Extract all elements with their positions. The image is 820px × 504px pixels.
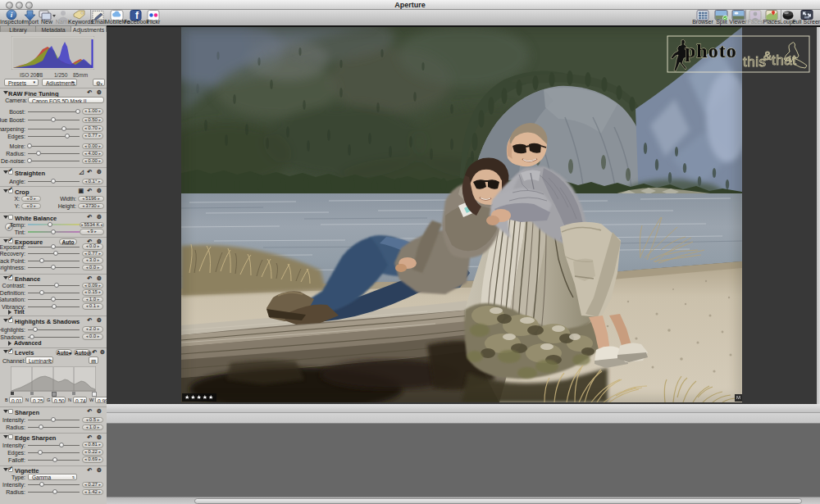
svg-text:&: & — [763, 48, 772, 62]
svg-text:that: that — [772, 52, 796, 68]
svg-text:photo: photo — [685, 40, 737, 61]
